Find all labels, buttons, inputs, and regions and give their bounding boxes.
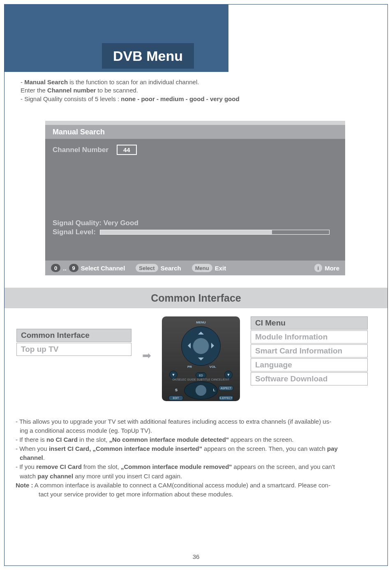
text: - If you	[16, 463, 36, 470]
text: any more until you insert CI card again.	[73, 473, 182, 480]
text: -	[21, 78, 24, 85]
manual-search-footer: 0 .. 9 Select Channel Select Search Menu…	[45, 261, 345, 275]
remote-right-down-button[interactable]: ▼	[224, 371, 233, 379]
remote-row-labels: OK/SELEC GUIDE SUBTITLE CANCEL/EXIT	[162, 378, 240, 381]
text: tact your service provider to get more i…	[39, 491, 233, 498]
info-key-pill[interactable]: i	[314, 264, 323, 272]
search-label: Search	[161, 265, 181, 272]
text: appears on the screen, and you can't	[232, 463, 335, 470]
manual-search-panel: Manual Search Channel Number 44 Signal Q…	[45, 121, 345, 275]
signal-level-label: Signal Level:	[53, 228, 96, 236]
ci-menu-module-info[interactable]: Module Information	[251, 330, 368, 344]
page-number: 36	[0, 553, 392, 560]
text-bold: pay channel	[37, 473, 73, 480]
remote-seffect-button[interactable]: S.EFFECT	[219, 395, 233, 401]
text: ing a conditional access module (eg. Top…	[20, 427, 152, 434]
text: from the slot,	[82, 463, 121, 470]
manual-search-body: Channel Number 44 Signal Quality: Very G…	[45, 139, 345, 261]
nav-down-icon[interactable]	[198, 358, 204, 363]
text: Enter the	[21, 87, 47, 94]
intro-text: - Manual Search is the function to scan …	[21, 78, 367, 103]
remote-s-label: S	[175, 388, 178, 392]
arrow-right-icon: ➡	[142, 349, 151, 362]
signal-level-bar	[100, 230, 330, 235]
ci-right-menu: CI Menu Module Information Smart Card In…	[251, 316, 371, 386]
text: - This allows you to upgrade your TV set…	[16, 418, 331, 425]
text-bold: channel	[20, 454, 43, 461]
remote-ed-button[interactable]: ED	[196, 372, 206, 378]
manual-search-header: Manual Search	[45, 125, 345, 139]
text-bold: remove CI Card	[36, 463, 82, 470]
note-label: Note :	[16, 482, 33, 489]
remote-body: MENU PR VOL ▼ ▼ ED OK/SELEC GUIDE SUBTIT…	[162, 316, 240, 401]
select-key-pill[interactable]: Select	[136, 264, 158, 272]
remote-illustration: MENU PR VOL ▼ ▼ ED OK/SELEC GUIDE SUBTIT…	[162, 316, 240, 401]
remote-pr-label: PR	[187, 365, 192, 369]
ci-menu-software-download[interactable]: Software Download	[251, 372, 368, 385]
text: - Signal Quality consists of 5 levels :	[21, 95, 121, 102]
text: A common interface is available to conne…	[33, 482, 331, 489]
text-bold: Manual Search	[24, 78, 68, 85]
text-bold: pay	[327, 445, 338, 452]
ci-left-item-topuptv[interactable]: Top up TV	[16, 343, 131, 356]
ci-left-header: Common Interface	[16, 329, 131, 342]
text-bold: „Common interface module removed"	[121, 463, 232, 470]
exit-label: Exit	[215, 265, 226, 272]
nav-right-icon[interactable]	[211, 343, 217, 348]
panel-top-strip	[45, 121, 345, 125]
text-bold: none - poor - medium - good - very good	[121, 95, 239, 102]
text: appears on the screen.	[229, 436, 294, 443]
common-interface-row: Common Interface Top up TV ➡ MENU PR VOL…	[16, 316, 371, 401]
text: watch	[20, 473, 37, 480]
text: is the function to scan for an individua…	[68, 78, 199, 85]
notes-block: - This allows you to upgrade your TV set…	[16, 418, 376, 499]
menu-key-pill[interactable]: Menu	[192, 264, 212, 272]
ci-menu-language[interactable]: Language	[251, 358, 368, 372]
signal-quality-text: Signal Quality: Very Good	[53, 219, 338, 227]
remote-edit-button[interactable]: EDIT	[168, 395, 183, 401]
remote-menu-label: MENU	[196, 321, 206, 324]
nav-left-icon[interactable]	[185, 343, 191, 348]
common-interface-heading: Common Interface	[5, 288, 387, 308]
text-bold: Channel number	[47, 87, 96, 94]
key-0-pill[interactable]: 0	[51, 264, 60, 272]
signal-level-fill	[100, 230, 272, 234]
select-channel-label: Select Channel	[81, 265, 125, 272]
text: .	[43, 454, 45, 461]
key-9-pill[interactable]: 9	[69, 264, 78, 272]
remote-l-label: L	[213, 388, 216, 392]
page-title: DVB Menu	[102, 43, 194, 69]
text: - If there is	[16, 436, 46, 443]
remote-left-down-button[interactable]: ▼	[169, 371, 178, 379]
remote-aspect-button[interactable]: ASPECT	[219, 385, 233, 391]
text-bold: no CI Card	[46, 436, 78, 443]
text: in the slot,	[78, 436, 109, 443]
text: - When you	[16, 445, 49, 452]
more-label: More	[325, 265, 339, 272]
text-bold: insert CI Card, „Common interface module…	[49, 445, 202, 452]
text: to be scanned.	[96, 87, 138, 94]
ci-left-menu: Common Interface Top up TV	[16, 329, 131, 357]
channel-number-value[interactable]: 44	[117, 145, 137, 155]
channel-number-label: Channel Number	[53, 146, 108, 154]
remote-vol-label: VOL	[210, 365, 216, 369]
key-dots: ..	[63, 265, 66, 272]
ci-menu-header: CI Menu	[251, 316, 368, 330]
text-bold: „No common interface module detected"	[109, 436, 229, 443]
nav-up-icon[interactable]	[198, 329, 204, 335]
ci-menu-smart-card-info[interactable]: Smart Card Information	[251, 344, 368, 358]
text: appears on the screen. Then, you can wat…	[202, 445, 327, 452]
